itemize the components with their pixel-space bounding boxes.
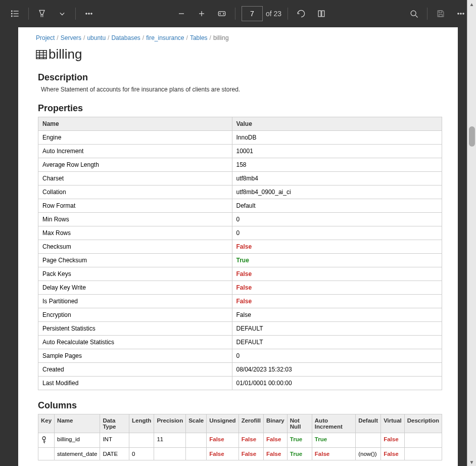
breadcrumb-sep: /	[210, 34, 211, 41]
column-cell: False	[312, 448, 355, 460]
svg-rect-15	[318, 11, 321, 17]
breadcrumb-link[interactable]: Tables	[190, 34, 208, 41]
page-title: billing	[49, 46, 82, 62]
property-name: Max Rows	[38, 226, 232, 240]
column-cell: True	[312, 433, 355, 448]
property-value: 08/04/2023 15:32:03	[232, 363, 442, 377]
zoom-out-icon[interactable]	[171, 4, 192, 24]
table-row: Max Rows0	[38, 226, 442, 240]
column-cell: billing_id	[55, 433, 100, 448]
breadcrumb-link[interactable]: ubuntu	[87, 34, 106, 41]
highlight-icon[interactable]	[32, 4, 52, 24]
property-name: Sample Pages	[38, 349, 232, 363]
table-row: billing_idINT11FalseFalseFalseTrueTrueFa…	[38, 433, 442, 448]
table-row: Delay Key WriteFalse	[38, 281, 442, 295]
svg-point-2	[12, 13, 13, 14]
save-icon[interactable]	[431, 4, 451, 24]
breadcrumb-link[interactable]: Servers	[61, 34, 81, 41]
columns-header: Description	[404, 414, 442, 433]
separator	[288, 8, 288, 20]
table-row: Is PartitionedFalse	[38, 295, 442, 308]
column-cell	[356, 433, 381, 448]
fit-width-icon[interactable]	[212, 4, 232, 24]
property-name: Is Partitioned	[38, 295, 232, 308]
table-row: Pack KeysFalse	[38, 267, 442, 281]
more-icon[interactable]	[79, 4, 99, 24]
columns-header: Key	[38, 414, 55, 433]
table-row: statement_dateDATE0FalseFalseFalseTrueFa…	[38, 448, 442, 460]
property-value: InnoDB	[232, 131, 442, 145]
breadcrumb-sep: /	[57, 34, 58, 41]
description-text: Where Statement of accounts for fire ins…	[41, 86, 440, 93]
vertical-scrollbar[interactable]: ▲ ▼	[467, 0, 476, 466]
column-cell: 11	[154, 433, 186, 448]
breadcrumb-link[interactable]: Databases	[111, 34, 140, 41]
pdf-toolbar: of 23	[0, 0, 476, 27]
chevron-down-icon[interactable]	[52, 4, 72, 24]
table-row: Persistent StatisticsDEFAULT	[38, 322, 442, 336]
page-view-icon[interactable]	[311, 4, 331, 24]
description-heading: Description	[38, 72, 438, 83]
column-cell: False	[207, 433, 239, 448]
svg-rect-20	[439, 15, 443, 17]
rotate-icon[interactable]	[291, 4, 311, 24]
property-name: Average Row Length	[38, 158, 232, 172]
table-row: Charsetutf8mb4	[38, 172, 442, 185]
property-name: Page Checksum	[38, 254, 232, 267]
property-name: Encryption	[38, 308, 232, 322]
columns-table: KeyNameData TypeLengthPrecisionScaleUnsi…	[38, 414, 442, 460]
column-cell: True	[287, 433, 312, 448]
svg-point-30	[42, 437, 45, 440]
columns-header: Name	[55, 414, 100, 433]
column-cell	[129, 433, 154, 448]
svg-point-22	[460, 13, 461, 14]
properties-header-name: Name	[38, 117, 232, 131]
breadcrumb-sep: /	[142, 34, 144, 41]
toc-icon[interactable]	[5, 4, 25, 24]
table-row: EncryptionFalse	[38, 308, 442, 322]
property-value: Default	[232, 199, 442, 213]
property-name: Persistent Statistics	[38, 322, 232, 336]
breadcrumb-link[interactable]: fire_insurance	[146, 34, 184, 41]
columns-header: Data Type	[100, 414, 129, 433]
table-row: Min Rows0	[38, 213, 442, 226]
columns-header: Binary	[263, 414, 287, 433]
property-value: True	[232, 254, 442, 267]
properties-header-value: Value	[232, 117, 442, 131]
page-title-row: billing	[36, 46, 440, 62]
separator	[75, 8, 76, 20]
table-row: ChecksumFalse	[38, 240, 442, 254]
table-row: Auto Recalculate StatisticsDEFAULT	[38, 336, 442, 349]
zoom-in-icon[interactable]	[192, 4, 212, 24]
page-number-input[interactable]	[242, 6, 263, 21]
separator	[427, 8, 427, 20]
breadcrumb-current: billing	[213, 34, 229, 41]
columns-header: Auto Increment	[312, 414, 355, 433]
svg-point-23	[463, 13, 464, 14]
column-cell: True	[287, 448, 312, 460]
svg-point-9	[88, 13, 89, 14]
property-value: 01/01/0001 00:00:00	[232, 377, 442, 390]
property-name: Created	[38, 363, 232, 377]
property-value: False	[232, 308, 442, 322]
column-cell: False	[239, 448, 263, 460]
svg-point-0	[12, 11, 13, 12]
table-row: Collationutf8mb4_0900_ai_ci	[38, 185, 442, 199]
columns-header: Virtual	[381, 414, 405, 433]
search-icon[interactable]	[404, 4, 424, 24]
table-row: Page ChecksumTrue	[38, 254, 442, 267]
column-cell	[186, 433, 207, 448]
table-row: Created08/04/2023 15:32:03	[38, 363, 442, 377]
column-cell: False	[263, 448, 287, 460]
column-cell: False	[239, 433, 263, 448]
column-cell: statement_date	[55, 448, 100, 460]
scroll-thumb[interactable]	[469, 126, 475, 147]
scroll-down-arrow-icon[interactable]: ▼	[467, 458, 476, 466]
scroll-up-arrow-icon[interactable]: ▲	[467, 0, 476, 8]
column-cell	[404, 433, 442, 448]
breadcrumb-link[interactable]: Project	[36, 34, 55, 41]
svg-point-8	[86, 13, 87, 14]
column-cell: False	[263, 433, 287, 448]
column-cell	[186, 448, 207, 460]
property-name: Auto Recalculate Statistics	[38, 336, 232, 349]
